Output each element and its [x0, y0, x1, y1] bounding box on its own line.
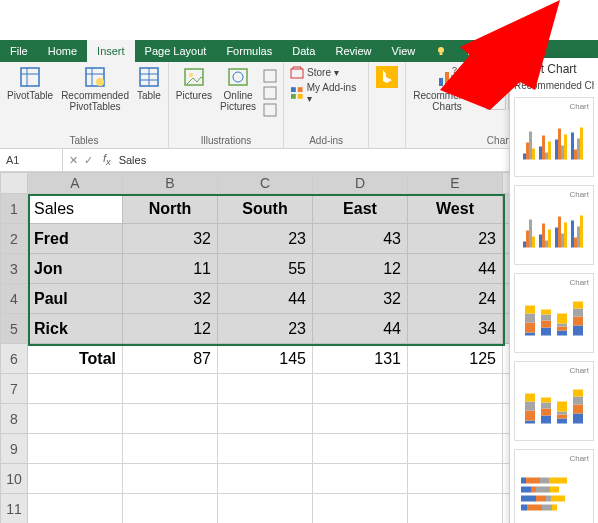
row-header-9[interactable]: 9	[0, 434, 28, 464]
cell-B7[interactable]	[123, 374, 218, 404]
row-header-4[interactable]: 4	[0, 284, 28, 314]
tab-review[interactable]: Review	[325, 40, 381, 62]
cell-E2[interactable]: 23	[408, 224, 503, 254]
col-header-A[interactable]: A	[28, 172, 123, 194]
cell-A9[interactable]	[28, 434, 123, 464]
tab-file[interactable]: File	[0, 40, 38, 62]
cell-C11[interactable]	[218, 494, 313, 523]
cell-C5[interactable]: 23	[218, 314, 313, 344]
cell-D9[interactable]	[313, 434, 408, 464]
screenshot-icon[interactable]	[261, 102, 279, 118]
col-header-E[interactable]: E	[408, 172, 503, 194]
cell-A1[interactable]: Sales	[28, 194, 123, 224]
cell-A11[interactable]	[28, 494, 123, 523]
store-button[interactable]: Store ▾	[288, 64, 364, 80]
cell-D5[interactable]: 44	[313, 314, 408, 344]
table-button[interactable]: Table	[134, 64, 164, 103]
chart-thumb-3[interactable]: Chart	[514, 361, 594, 441]
tab-view[interactable]: View	[382, 40, 426, 62]
tell-me-text[interactable]: nt to d	[457, 40, 508, 62]
cell-B8[interactable]	[123, 404, 218, 434]
cell-E8[interactable]	[408, 404, 503, 434]
recommended-charts-button[interactable]: ?RecommendedCharts	[410, 64, 484, 114]
fx-icon[interactable]: fx	[99, 152, 115, 167]
cell-D6[interactable]: 131	[313, 344, 408, 374]
cell-B11[interactable]	[123, 494, 218, 523]
cell-E9[interactable]	[408, 434, 503, 464]
pictures-button[interactable]: Pictures	[173, 64, 215, 103]
online-pictures-button[interactable]: OnlinePictures	[217, 64, 259, 114]
cell-A10[interactable]	[28, 464, 123, 494]
chart-thumb-0[interactable]: Chart	[514, 97, 594, 177]
row-header-11[interactable]: 11	[0, 494, 28, 523]
chart-thumb-1[interactable]: Chart	[514, 185, 594, 265]
cell-C3[interactable]: 55	[218, 254, 313, 284]
row-header-7[interactable]: 7	[0, 374, 28, 404]
cell-C8[interactable]	[218, 404, 313, 434]
tab-insert[interactable]: Insert	[87, 40, 135, 62]
cell-C6[interactable]: 145	[218, 344, 313, 374]
cell-C7[interactable]	[218, 374, 313, 404]
cell-E4[interactable]: 24	[408, 284, 503, 314]
cell-D4[interactable]: 32	[313, 284, 408, 314]
cell-E3[interactable]: 44	[408, 254, 503, 284]
tab-home[interactable]: Home	[38, 40, 87, 62]
cell-D8[interactable]	[313, 404, 408, 434]
cell-D10[interactable]	[313, 464, 408, 494]
cell-E5[interactable]: 34	[408, 314, 503, 344]
cell-D11[interactable]	[313, 494, 408, 523]
cell-A2[interactable]: Fred	[28, 224, 123, 254]
smartart-icon[interactable]	[261, 85, 279, 101]
chart-thumb-2[interactable]: Chart	[514, 273, 594, 353]
cell-C1[interactable]: South	[218, 194, 313, 224]
cell-B5[interactable]: 12	[123, 314, 218, 344]
row-header-2[interactable]: 2	[0, 224, 28, 254]
tell-me[interactable]	[425, 40, 457, 62]
recommended-pivot-button[interactable]: RecommendedPivotTables	[58, 64, 132, 114]
col-header-B[interactable]: B	[123, 172, 218, 194]
cell-A6[interactable]: Total	[28, 344, 123, 374]
cell-C10[interactable]	[218, 464, 313, 494]
select-all-corner[interactable]	[0, 172, 28, 194]
cell-A3[interactable]: Jon	[28, 254, 123, 284]
cell-D3[interactable]: 12	[313, 254, 408, 284]
cell-E7[interactable]	[408, 374, 503, 404]
bing-button[interactable]	[373, 64, 401, 92]
cell-E11[interactable]	[408, 494, 503, 523]
row-header-1[interactable]: 1	[0, 194, 28, 224]
cell-B6[interactable]: 87	[123, 344, 218, 374]
cell-A5[interactable]: Rick	[28, 314, 123, 344]
cell-B2[interactable]: 32	[123, 224, 218, 254]
formula-bar[interactable]: Sales	[115, 154, 151, 166]
cell-D2[interactable]: 43	[313, 224, 408, 254]
tab-formulas[interactable]: Formulas	[216, 40, 282, 62]
cell-B3[interactable]: 11	[123, 254, 218, 284]
cell-C2[interactable]: 23	[218, 224, 313, 254]
chart-type-0[interactable]	[486, 68, 506, 88]
cell-B10[interactable]	[123, 464, 218, 494]
shapes-icon[interactable]	[261, 68, 279, 84]
row-header-3[interactable]: 3	[0, 254, 28, 284]
row-header-10[interactable]: 10	[0, 464, 28, 494]
cell-A4[interactable]: Paul	[28, 284, 123, 314]
cell-E1[interactable]: West	[408, 194, 503, 224]
cell-C9[interactable]	[218, 434, 313, 464]
cell-C4[interactable]: 44	[218, 284, 313, 314]
chart-thumb-4[interactable]: Chart	[514, 449, 594, 523]
cell-D7[interactable]	[313, 374, 408, 404]
cell-E6[interactable]: 125	[408, 344, 503, 374]
cell-B9[interactable]	[123, 434, 218, 464]
tab-data[interactable]: Data	[282, 40, 325, 62]
cell-E10[interactable]	[408, 464, 503, 494]
name-box[interactable]: A1	[0, 149, 63, 171]
cell-A8[interactable]	[28, 404, 123, 434]
cell-B1[interactable]: North	[123, 194, 218, 224]
my-addins-button[interactable]: My Add-ins ▾	[288, 81, 364, 105]
row-header-8[interactable]: 8	[0, 404, 28, 434]
row-header-6[interactable]: 6	[0, 344, 28, 374]
pivottable-button[interactable]: PivotTable	[4, 64, 56, 103]
col-header-D[interactable]: D	[313, 172, 408, 194]
chart-type-3[interactable]	[486, 90, 506, 110]
col-header-C[interactable]: C	[218, 172, 313, 194]
tab-page-layout[interactable]: Page Layout	[135, 40, 217, 62]
